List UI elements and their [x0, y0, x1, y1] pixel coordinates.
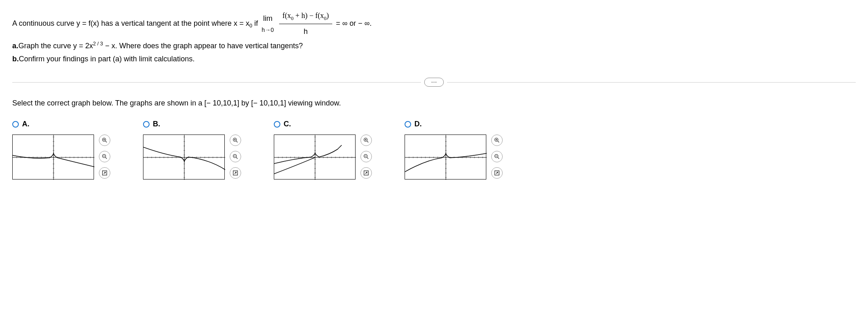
- option-radio-B[interactable]: B.: [143, 120, 241, 128]
- intro-text-a: A continuous curve y = f(x) has a vertic…: [12, 19, 249, 27]
- option-label: A.: [22, 120, 29, 128]
- zoom-out-icon[interactable]: [360, 151, 372, 162]
- option-B: B.: [143, 120, 241, 179]
- option-radio-A[interactable]: A.: [12, 120, 110, 128]
- expand-icon[interactable]: [360, 167, 372, 179]
- option-radio-D[interactable]: D.: [405, 120, 503, 128]
- zoom-in-icon[interactable]: [360, 135, 372, 146]
- svg-line-71: [236, 141, 237, 142]
- part-b-label: b.: [12, 55, 19, 63]
- divider: ⋯: [12, 78, 856, 87]
- option-A: A.: [12, 120, 110, 179]
- graph-thumbnail: [12, 135, 94, 179]
- zoom-out-icon[interactable]: [491, 151, 503, 162]
- option-label: C.: [284, 120, 291, 128]
- part-a-label: a.: [12, 42, 18, 50]
- zoom-in-icon[interactable]: [491, 135, 503, 146]
- svg-line-114: [367, 157, 368, 159]
- fraction: f(x0 + h) − f(x0) h: [279, 8, 332, 39]
- more-button[interactable]: ⋯: [424, 78, 444, 87]
- option-radio-C[interactable]: C.: [274, 120, 372, 128]
- part-a-exp: 2 / 3: [93, 41, 103, 47]
- part-a-text-2: − x. Where does the graph appear to have…: [103, 42, 303, 50]
- graph-thumbnail: [405, 135, 486, 179]
- zoom-out-icon[interactable]: [99, 151, 110, 162]
- intro-text-b: if: [252, 19, 260, 27]
- svg-line-36: [105, 157, 107, 159]
- option-label: D.: [414, 120, 422, 128]
- limit-expression: lim h→0: [262, 12, 274, 36]
- radio-icon: [274, 121, 280, 128]
- options-row: A. B.: [12, 120, 856, 179]
- radio-icon: [405, 121, 411, 128]
- expand-icon[interactable]: [230, 167, 241, 179]
- intro-text-c: = ∞ or − ∞.: [336, 19, 372, 27]
- radio-icon: [143, 121, 150, 128]
- svg-line-149: [498, 141, 499, 142]
- part-b-text: Confirm your findings in part (a) with l…: [19, 55, 195, 63]
- radio-icon: [12, 121, 19, 128]
- zoom-out-icon[interactable]: [230, 151, 241, 162]
- zoom-in-icon[interactable]: [99, 135, 110, 146]
- expand-icon[interactable]: [491, 167, 503, 179]
- option-D: D.: [405, 120, 503, 179]
- prompt-text: Select the correct graph below. The grap…: [12, 99, 856, 108]
- graph-thumbnail: [143, 135, 225, 179]
- svg-line-32: [105, 141, 107, 142]
- svg-line-75: [236, 157, 237, 159]
- part-a-text-1: Graph the curve y = 2x: [18, 42, 93, 50]
- svg-line-110: [367, 141, 368, 142]
- graph-thumbnail: [274, 135, 356, 179]
- svg-line-153: [498, 157, 499, 159]
- expand-icon[interactable]: [99, 167, 110, 179]
- zoom-in-icon[interactable]: [230, 135, 241, 146]
- problem-statement: A continuous curve y = f(x) has a vertic…: [12, 8, 856, 65]
- option-label: B.: [153, 120, 160, 128]
- option-C: C.: [274, 120, 372, 179]
